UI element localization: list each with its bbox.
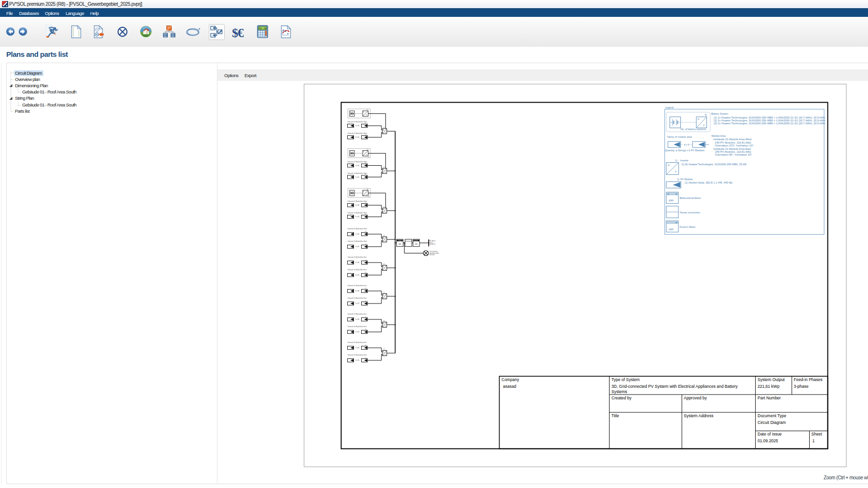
svg-text:(1): (1) bbox=[383, 291, 385, 293]
svg-text:Gebäude 01-Module Area East: Gebäude 01-Module Area East bbox=[348, 269, 367, 271]
svg-text:kWh: kWh bbox=[415, 243, 418, 245]
svg-text:(1): (1) bbox=[365, 162, 366, 164]
svg-text:(1): (1) bbox=[365, 300, 366, 302]
svg-text:Gebäude 01-Module Area East: Gebäude 01-Module Area East bbox=[348, 326, 367, 328]
svg-text:2 x 15: 2 x 15 bbox=[355, 176, 359, 178]
svg-text:(1): (1) bbox=[383, 235, 385, 237]
svg-text:Quantity: a Strings x b PV Mod: Quantity: a Strings x b PV Modules bbox=[665, 149, 705, 152]
svg-text:(1): (1) bbox=[383, 263, 385, 265]
svg-text:2 x 15: 2 x 15 bbox=[355, 359, 359, 361]
svg-text:Gebäude 01-Module Area West: Gebäude 01-Module Area West bbox=[348, 200, 367, 202]
svg-text:2 x 15: 2 x 15 bbox=[355, 216, 359, 218]
svg-text:System Output: System Output bbox=[758, 377, 785, 382]
svg-text:(2) 2x Huawei Technologies, SU: (2) 2x Huawei Technologies, SUN2000-25K-… bbox=[714, 119, 825, 122]
svg-text:Date of Issue: Date of Issue bbox=[758, 432, 782, 436]
svg-text:(2): (2) bbox=[367, 149, 368, 151]
svg-text:221,61 kWp: 221,61 kWp bbox=[758, 384, 780, 389]
svg-text:3-phase: 3-phase bbox=[794, 384, 809, 389]
svg-text:Battery System: Battery System bbox=[711, 112, 728, 115]
svg-text:(1): (1) bbox=[365, 202, 366, 204]
svg-text:2 x 15: 2 x 15 bbox=[355, 303, 359, 304]
svg-text:(1): (1) bbox=[383, 127, 385, 129]
svg-text:Name of module area: Name of module area bbox=[667, 135, 692, 138]
svg-text:Gebäude 01-Module Area East: Gebäude 01-Module Area East bbox=[348, 297, 367, 299]
svg-text:Feed-in Phases: Feed-in Phases bbox=[794, 377, 823, 382]
svg-text:(1): (1) bbox=[383, 320, 385, 322]
svg-text:Module Area: Module Area bbox=[711, 134, 725, 137]
svg-text:(3) 2x Huawei Technologies, SU: (3) 2x Huawei Technologies, SUN2000-25K-… bbox=[714, 122, 825, 125]
svg-text:(1): (1) bbox=[365, 357, 366, 359]
svg-text:2 x 15: 2 x 15 bbox=[355, 136, 359, 138]
svg-text:(1): (1) bbox=[365, 243, 366, 245]
svg-text:2 x 15: 2 x 15 bbox=[355, 274, 359, 276]
svg-text:No. of battery systems: No. of battery systems bbox=[680, 128, 706, 131]
svg-text:(1) 8x Huawei Technologies, SU: (1) 8x Huawei Technologies, SUN2000-25K-… bbox=[681, 163, 747, 166]
svg-text:(1): (1) bbox=[365, 288, 366, 290]
svg-text:Gebäude 01-Module Area West: Gebäude 01-Module Area West bbox=[348, 212, 367, 214]
svg-text:2 x 15: 2 x 15 bbox=[355, 331, 359, 333]
svg-text:Gebäude 01-Module Area West: Gebäude 01-Module Area West bbox=[348, 121, 367, 123]
svg-text:Inverter: Inverter bbox=[680, 159, 689, 162]
svg-text:2 x 16: 2 x 16 bbox=[355, 233, 359, 235]
svg-text:Gebäude 01-Module Area West: Gebäude 01-Module Area West bbox=[348, 132, 367, 134]
svg-text:Legend: Legend bbox=[665, 106, 673, 109]
svg-text:Systems: Systems bbox=[611, 389, 627, 394]
svg-text:(i): (i) bbox=[705, 114, 707, 116]
svg-text:System Address: System Address bbox=[684, 413, 713, 418]
svg-text:a x b: a x b bbox=[684, 143, 690, 146]
svg-text:(1): (1) bbox=[365, 134, 366, 136]
svg-text:Part Number: Part Number bbox=[758, 396, 781, 400]
svg-text:(1): (1) bbox=[365, 259, 366, 261]
svg-text:2 x 16: 2 x 16 bbox=[355, 262, 359, 264]
svg-text:PV Module: PV Module bbox=[680, 178, 692, 181]
svg-text:(1) 1x Huawei Technologies, SU: (1) 1x Huawei Technologies, SUN2000-25K-… bbox=[714, 116, 825, 119]
svg-text:Feed-in Meter: Feed-in Meter bbox=[680, 225, 696, 228]
svg-text:2 x 16: 2 x 16 bbox=[355, 318, 359, 320]
svg-text:(1): (1) bbox=[365, 173, 366, 175]
svg-text:(i): (i) bbox=[676, 159, 678, 162]
svg-text:kWh: kWh bbox=[669, 228, 674, 231]
svg-text:Gebäude 01-Module Area East: Gebäude 01-Module Area East bbox=[348, 342, 367, 343]
svg-text:(1): (1) bbox=[367, 109, 368, 111]
svg-text:Document Type: Document Type bbox=[758, 413, 787, 418]
svg-text:2 x 16: 2 x 16 bbox=[355, 125, 359, 127]
svg-text:Company: Company bbox=[502, 377, 519, 382]
svg-text:kWh: kWh bbox=[398, 243, 401, 245]
svg-text:(44 A x 3): (44 A x 3) bbox=[430, 243, 435, 245]
svg-text:2 x 16: 2 x 16 bbox=[355, 204, 359, 206]
svg-text:Gebäude 01-Module Area West: Gebäude 01-Module Area West bbox=[348, 172, 367, 174]
svg-text:Circuit Diagram: Circuit Diagram bbox=[758, 420, 786, 425]
svg-text:Gebäude 01-Module Area East: Gebäude 01-Module Area East bbox=[348, 354, 367, 356]
svg-text:249 PV Modules, 110,81 kWp: 249 PV Modules, 110,81 kWp bbox=[715, 141, 751, 144]
svg-text:Gebäude 01-Module Area West: Gebäude 01-Module Area West bbox=[713, 138, 752, 141]
svg-text:Bidirectional Meter: Bidirectional Meter bbox=[680, 197, 701, 199]
svg-text:01.09.2025: 01.09.2025 bbox=[758, 438, 778, 443]
svg-text:Gebäude 01-Module Area East: Gebäude 01-Module Area East bbox=[713, 147, 751, 150]
svg-text:Orientation 90°, Inclination 1: Orientation 90°, Inclination 10° bbox=[715, 153, 752, 156]
svg-text:249 PV Modules, 110,81 kWp: 249 PV Modules, 110,81 kWp bbox=[715, 150, 751, 153]
svg-text:House connection: House connection bbox=[680, 211, 700, 214]
svg-text:2 x 16: 2 x 16 bbox=[355, 290, 359, 292]
svg-text:Gebäude 01-Module Area East: Gebäude 01-Module Area East bbox=[348, 285, 367, 287]
svg-text:49,8 kW: 49,8 kW bbox=[429, 254, 434, 256]
svg-text:Created by: Created by bbox=[611, 396, 632, 400]
svg-text:2 x 15: 2 x 15 bbox=[355, 246, 359, 248]
svg-text:Gebäude 01-Module Area West: Gebäude 01-Module Area West bbox=[348, 228, 367, 230]
svg-text:Type of System: Type of System bbox=[611, 377, 640, 382]
svg-text:(1): (1) bbox=[365, 329, 366, 330]
svg-text:(1): (1) bbox=[365, 316, 366, 318]
svg-text:(i): (i) bbox=[678, 178, 680, 181]
svg-text:50.2€: 50.2€ bbox=[258, 27, 267, 30]
svg-text:(1): (1) bbox=[383, 348, 385, 350]
svg-text:3D, Grid-connected PV System w: 3D, Grid-connected PV System with Electr… bbox=[611, 384, 738, 389]
svg-text:Gebäude 01-Module Area West: Gebäude 01-Module Area West bbox=[348, 161, 367, 163]
svg-text:Title: Title bbox=[611, 413, 619, 418]
svg-text:Orientation 270°, Inclination: Orientation 270°, Inclination 10° bbox=[715, 144, 754, 147]
svg-text:(1): (1) bbox=[365, 272, 366, 274]
svg-text:Gebäude 01-Module Area East: Gebäude 01-Module Area East bbox=[348, 313, 367, 315]
svg-text:Sheet: Sheet bbox=[812, 432, 823, 436]
svg-text:2 x 16: 2 x 16 bbox=[355, 165, 359, 167]
svg-text:(3): (3) bbox=[367, 188, 368, 190]
svg-text:1: 1 bbox=[813, 438, 815, 443]
svg-text:(1): (1) bbox=[365, 231, 366, 233]
